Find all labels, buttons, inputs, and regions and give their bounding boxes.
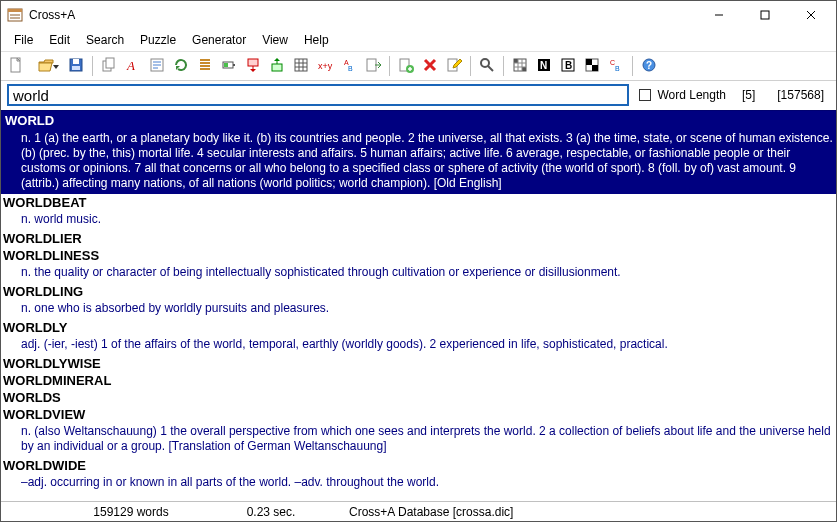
titlebar: Cross+A (1, 1, 836, 29)
result-entry[interactable]: WORLDLIER (1, 230, 836, 247)
app-window: Cross+A FileEditSearchPuzzleGeneratorVie… (0, 0, 837, 522)
chess-button[interactable] (581, 55, 603, 77)
b-icon: B (560, 57, 576, 75)
save-button[interactable] (65, 55, 87, 77)
grid2-icon (512, 57, 528, 75)
result-entry[interactable]: WORLDS (1, 389, 836, 406)
result-entry[interactable]: WORLDLINGn. one who is absorbed by world… (1, 283, 836, 319)
toolbar-separator (470, 56, 471, 76)
menu-puzzle[interactable]: Puzzle (133, 31, 183, 49)
menu-generator[interactable]: Generator (185, 31, 253, 49)
export-icon (365, 57, 381, 75)
result-word: WORLDBEAT (3, 195, 834, 210)
flag-down-button[interactable] (242, 55, 264, 77)
menu-view[interactable]: View (255, 31, 295, 49)
result-entry[interactable]: WORLDn. 1 (a) the earth, or a planetary … (1, 111, 836, 194)
result-definition: n. one who is absorbed by worldly pursui… (3, 299, 834, 318)
result-entry[interactable]: WORLDVIEWn. (also Weltanschauung) 1 the … (1, 406, 836, 457)
svg-rect-6 (72, 66, 80, 70)
words-icon (149, 57, 165, 75)
status-database: Cross+A Database [crossa.dic] (341, 502, 836, 521)
n-icon: N (536, 57, 552, 75)
svg-text:B: B (565, 60, 572, 71)
result-definition: n. (also Weltanschauung) 1 the overall p… (3, 422, 834, 456)
svg-rect-2 (761, 11, 769, 19)
svg-rect-15 (272, 64, 282, 71)
svg-text:B: B (615, 65, 620, 72)
maximize-button[interactable] (742, 1, 788, 29)
help-button[interactable]: ? (638, 55, 660, 77)
search-button[interactable] (476, 55, 498, 77)
cb-button[interactable]: CB (605, 55, 627, 77)
search-row: Word Length [5] [157568] (1, 81, 836, 110)
result-word: WORLDVIEW (3, 407, 834, 422)
result-word: WORLDLING (3, 284, 834, 299)
results-list[interactable]: WORLDn. 1 (a) the earth, or a planetary … (1, 110, 836, 501)
search-input[interactable] (7, 84, 629, 106)
menubar: FileEditSearchPuzzleGeneratorViewHelp (1, 29, 836, 52)
edit-icon (446, 57, 462, 75)
menu-edit[interactable]: Edit (42, 31, 77, 49)
result-entry[interactable]: WORLDLYWISE (1, 355, 836, 372)
result-entry[interactable]: WORLDLINESSn. the quality or character o… (1, 247, 836, 283)
window-controls (696, 1, 834, 29)
svg-rect-33 (586, 59, 592, 65)
word-length-checkbox[interactable] (639, 89, 651, 101)
toolbar-separator (632, 56, 633, 76)
open-icon (38, 57, 54, 75)
result-word: WORLD (3, 112, 834, 129)
flag-down-icon (245, 57, 261, 75)
result-entry[interactable]: WORLDMINERAL (1, 372, 836, 389)
xy-icon: x+y (317, 57, 333, 75)
svg-text:x+y: x+y (318, 61, 333, 71)
result-definition: n. the quality or character of being int… (3, 263, 834, 282)
chess-icon (584, 57, 600, 75)
battery-icon (221, 57, 237, 75)
statusbar: 159129 words 0.23 sec. Cross+A Database … (1, 501, 836, 521)
cb-icon: CB (608, 57, 624, 75)
n-button[interactable]: N (533, 55, 555, 77)
menu-search[interactable]: Search (79, 31, 131, 49)
svg-rect-14 (248, 59, 258, 66)
edit-button[interactable] (443, 55, 465, 77)
svg-rect-13 (224, 63, 228, 67)
grid2-button[interactable] (509, 55, 531, 77)
words-button[interactable] (146, 55, 168, 77)
svg-rect-16 (295, 59, 307, 71)
search-icon (479, 57, 495, 75)
svg-rect-34 (592, 65, 598, 71)
result-word: WORLDWIDE (3, 458, 834, 473)
result-entry[interactable]: WORLDWIDE–adj. occurring in or known in … (1, 457, 836, 493)
result-entry[interactable]: WORLDBEATn. world music. (1, 194, 836, 230)
help-icon: ? (641, 57, 657, 75)
result-entry[interactable]: WORLDLYadj. (-ier, -iest) 1 of the affai… (1, 319, 836, 355)
result-definition: –adj. occurring in or known in all parts… (3, 473, 834, 492)
list-button[interactable] (194, 55, 216, 77)
menu-help[interactable]: Help (297, 31, 336, 49)
b-button[interactable]: B (557, 55, 579, 77)
menu-file[interactable]: File (7, 31, 40, 49)
svg-rect-20 (367, 59, 376, 71)
minimize-button[interactable] (696, 1, 742, 29)
result-word: WORLDS (3, 390, 834, 405)
export-button[interactable] (362, 55, 384, 77)
svg-rect-26 (514, 59, 518, 63)
battery-button[interactable] (218, 55, 240, 77)
font-a-icon: A (125, 57, 141, 75)
refresh-icon (173, 57, 189, 75)
copy-button[interactable] (98, 55, 120, 77)
result-definition: n. world music. (3, 210, 834, 229)
refresh-button[interactable] (170, 55, 192, 77)
add-button[interactable] (395, 55, 417, 77)
flag-up-button[interactable] (266, 55, 288, 77)
xy-button[interactable]: x+y (314, 55, 336, 77)
close-button[interactable] (788, 1, 834, 29)
ab-button[interactable]: AB (338, 55, 360, 77)
list-icon (197, 57, 213, 75)
delete-button[interactable] (419, 55, 441, 77)
font-a-button[interactable]: A (122, 55, 144, 77)
grid-button[interactable] (290, 55, 312, 77)
new-button[interactable] (5, 55, 27, 77)
add-icon (398, 57, 414, 75)
open-button[interactable] (29, 55, 63, 77)
